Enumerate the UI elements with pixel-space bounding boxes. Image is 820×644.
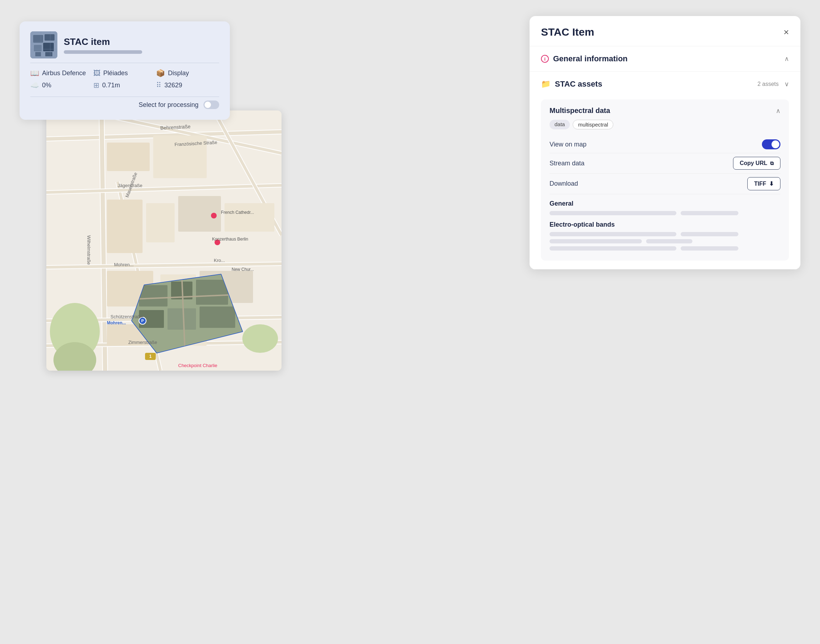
svg-rect-51 [167, 308, 196, 330]
close-button[interactable]: × [784, 28, 789, 37]
svg-rect-6 [45, 52, 52, 56]
card-title-block: STAC item [64, 36, 219, 54]
general-info-label: General information [553, 54, 628, 63]
eo-section: Electro-optical bands [550, 221, 780, 250]
meta-resolution-label: 0.71m [102, 81, 120, 89]
tag-multispectral: multispectral [573, 120, 613, 129]
download-row: Download TIFF ⬇ [550, 173, 780, 194]
svg-rect-49 [196, 280, 228, 305]
svg-text:Mohren...: Mohren... [107, 320, 126, 325]
svg-text:Wilhelmstraße: Wilhelmstraße [86, 235, 92, 265]
svg-rect-32 [107, 199, 143, 253]
book-open-icon: 📖 [30, 69, 39, 77]
copy-url-button[interactable]: Copy URL ⧉ [733, 157, 780, 170]
asset-card-chevron: ∧ [776, 107, 780, 115]
copy-icon: ⧉ [770, 160, 774, 166]
info-icon: i [541, 55, 549, 63]
asset-tags: data multispectral [550, 120, 780, 129]
svg-text:Checkpoint Charlie: Checkpoint Charlie [178, 363, 218, 368]
svg-rect-2 [44, 34, 55, 41]
assets-count: 2 assets [757, 81, 779, 87]
svg-text:Rudi-Duts...: Rudi-Duts... [221, 370, 245, 371]
card-title: STAC item [64, 36, 219, 48]
map-background[interactable]: 1 P Behrenstraße Französische Straße Wil… [46, 110, 282, 371]
eo-subsection-title: Electro-optical bands [550, 221, 780, 228]
meta-id: ⠿ 32629 [156, 81, 219, 89]
multispectral-card: Multispectral data ∧ data multispectral … [541, 100, 789, 261]
skeleton-bar [681, 232, 739, 236]
svg-text:Zimmerstraße: Zimmerstraße [128, 340, 157, 345]
general-info-title: i General information [541, 54, 628, 63]
stream-data-row: Stream data Copy URL ⧉ [550, 153, 780, 173]
svg-text:New Chur...: New Chur... [231, 267, 254, 272]
detail-panel: STAC Item × i General information ∧ 📁 ST… [530, 16, 800, 270]
stac-item-card: STAC item 📖 Airbus Defence 🖼 Pléiades 📦 … [20, 21, 230, 120]
card-header: STAC item [30, 31, 219, 58]
map-container[interactable]: 1 P Behrenstraße Französische Straße Wil… [46, 110, 282, 371]
meta-resolution: ⊞ 0.71m [93, 81, 156, 89]
svg-text:Kro...: Kro... [214, 258, 225, 263]
stac-assets-chevron: ∨ [784, 80, 789, 88]
tiff-label: TIFF [754, 181, 766, 187]
panel-header: STAC Item × [530, 16, 800, 46]
view-on-map-toggle[interactable] [762, 140, 780, 149]
cloud-icon: ☁️ [30, 81, 39, 89]
meta-type-label: Display [168, 69, 189, 77]
card-thumbnail [30, 31, 57, 58]
asset-card-title: Multispectral data [550, 107, 610, 115]
svg-text:French Cathedr...: French Cathedr... [221, 210, 254, 215]
view-on-map-row: View on map [550, 136, 780, 153]
card-divider [30, 63, 219, 63]
svg-text:Schützenstraße: Schützenstraße [110, 314, 143, 319]
meta-id-label: 32629 [164, 81, 182, 89]
svg-rect-52 [199, 307, 235, 328]
card-meta: 📖 Airbus Defence 🖼 Pléiades 📦 Display ☁️… [30, 69, 219, 89]
skeleton-bar [550, 239, 642, 244]
general-info-section: i General information ∧ [530, 46, 800, 72]
skeleton-bar [681, 246, 739, 250]
svg-rect-33 [146, 203, 175, 242]
footer-label: Select for processing [139, 101, 198, 109]
svg-rect-35 [225, 203, 274, 232]
meta-constellation: 🖼 Pléiades [93, 69, 156, 77]
svg-rect-47 [139, 285, 167, 307]
card-footer: Select for processing [30, 97, 219, 109]
tag-data: data [550, 120, 570, 129]
meta-provider: 📖 Airbus Defence [30, 69, 93, 77]
skeleton-bar [681, 211, 739, 215]
meta-constellation-label: Pléiades [103, 69, 128, 77]
svg-text:Konzerthaus Berlin: Konzerthaus Berlin [212, 237, 248, 242]
general-info-chevron: ∧ [784, 55, 789, 63]
tiff-download-button[interactable]: TIFF ⬇ [747, 177, 780, 190]
general-info-header[interactable]: i General information ∧ [530, 46, 800, 71]
cube-icon: 📦 [156, 69, 165, 77]
grid-icon: ⊞ [93, 81, 100, 89]
eo-skeleton-1 [550, 232, 780, 236]
skeleton-bar [550, 211, 676, 215]
image-icon: 🖼 [93, 69, 101, 77]
meta-provider-label: Airbus Defence [42, 69, 86, 77]
stac-assets-label: STAC assets [555, 80, 602, 89]
copy-url-label: Copy URL [740, 160, 767, 166]
stac-assets-header[interactable]: 📁 STAC assets 2 assets ∨ [530, 72, 800, 97]
skeleton-bar [550, 246, 676, 250]
dots-icon: ⠿ [156, 81, 161, 89]
svg-rect-1 [33, 35, 43, 43]
meta-cloud-label: 0% [42, 81, 51, 89]
stac-assets-title: 📁 STAC assets [541, 80, 602, 89]
skeleton-bar [550, 232, 676, 236]
asset-card-header[interactable]: Multispectral data ∧ [550, 107, 780, 115]
general-subsection-title: General [550, 200, 780, 207]
svg-point-59 [211, 213, 217, 218]
svg-point-43 [242, 324, 278, 353]
svg-rect-3 [34, 45, 42, 51]
assets-content: Multispectral data ∧ data multispectral … [530, 100, 800, 269]
folder-icon: 📁 [541, 80, 550, 89]
card-subtitle-bar [64, 50, 142, 54]
select-for-processing-toggle[interactable] [204, 101, 219, 109]
svg-rect-5 [35, 52, 41, 56]
panel-title: STAC Item [541, 26, 594, 38]
meta-type: 📦 Display [156, 69, 219, 77]
stac-assets-section: 📁 STAC assets 2 assets ∨ Multispectral d… [530, 72, 800, 270]
svg-text:Mohren...: Mohren... [114, 262, 133, 267]
